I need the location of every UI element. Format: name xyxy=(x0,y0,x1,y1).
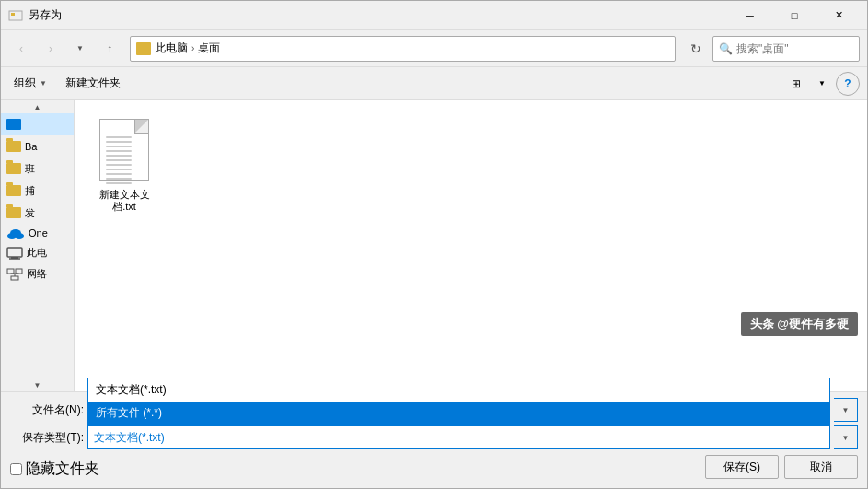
view-controls: ⊞ ▼ ? xyxy=(784,72,860,96)
file-line-7 xyxy=(106,164,132,166)
hide-files-label: 隐藏文件夹 xyxy=(26,460,99,479)
file-line-5 xyxy=(106,155,132,157)
file-line-10 xyxy=(106,178,132,180)
svg-rect-1 xyxy=(11,13,15,16)
filetype-selected-text: 文本文档(*.txt) xyxy=(94,430,165,446)
refresh-button[interactable]: ↻ xyxy=(683,36,709,62)
svg-rect-5 xyxy=(7,248,22,257)
sidebar: ▲ Ba 班 xyxy=(1,100,75,391)
onedrive-icon xyxy=(6,227,25,239)
filetype-display[interactable]: 文本文档(*.txt) xyxy=(87,425,830,449)
file-line-6 xyxy=(106,159,132,161)
sidebar-onedrive-label: One xyxy=(29,227,48,239)
crumb-sep-1: › xyxy=(191,43,194,53)
up-button[interactable]: ↑ xyxy=(97,36,122,62)
organize-button[interactable]: 组织 ▼ xyxy=(8,72,52,96)
search-box[interactable]: 🔍 xyxy=(712,36,860,62)
sidebar-item-ba[interactable]: Ba xyxy=(1,135,74,157)
dropdown-item-txt-label: 文本文档(*.txt) xyxy=(96,383,167,396)
back-button[interactable]: ‹ xyxy=(8,36,34,62)
network-icon xyxy=(6,268,23,281)
file-item-0[interactable]: 新建文本文档.txt xyxy=(87,113,161,218)
watermark: 头条 @硬件有多硬 xyxy=(741,312,858,336)
bottom-panel: 文件名(N): ▼ 保存类型(T): 文本文档(*.txt) 文本文档(*.tx… xyxy=(1,391,867,488)
forward-button[interactable]: › xyxy=(38,36,64,62)
svg-rect-8 xyxy=(7,269,14,274)
filetype-dropdown-menu: 文本文档(*.txt) 所有文件 (*.*) xyxy=(87,378,830,425)
filetype-select-wrapper: 文本文档(*.txt) 文本文档(*.txt) 所有文件 (*.*) xyxy=(87,425,830,449)
file-line-11 xyxy=(106,182,132,184)
file-line-2 xyxy=(106,141,132,143)
filetype-dropdown-button[interactable]: ▼ xyxy=(834,425,858,449)
main-content: ▲ Ba 班 xyxy=(1,100,867,391)
recent-button[interactable]: ▼ xyxy=(67,36,93,62)
file-line-8 xyxy=(106,169,132,170)
file-line-4 xyxy=(106,150,132,152)
maximize-button[interactable]: □ xyxy=(773,1,816,30)
crumb-pc: 此电脑 xyxy=(155,41,188,56)
filename-dropdown-button[interactable]: ▼ xyxy=(834,398,858,422)
sidebar-quickaccess-selected[interactable] xyxy=(1,113,74,135)
title-bar-title: 另存为 xyxy=(29,7,729,23)
new-folder-label: 新建文件夹 xyxy=(65,76,121,91)
organize-label: 组织 xyxy=(14,76,36,91)
minimize-button[interactable]: ─ xyxy=(729,1,771,30)
save-button[interactable]: 保存(S) xyxy=(705,455,779,479)
folder-fa-icon xyxy=(6,207,21,218)
organize-arrow-icon: ▼ xyxy=(40,79,47,87)
sidebar-scroll-up[interactable]: ▲ xyxy=(1,100,74,113)
file-line-9 xyxy=(106,173,132,175)
quickaccess-icon xyxy=(6,119,21,130)
folder-bu-icon xyxy=(6,185,21,196)
file-line-3 xyxy=(106,146,132,147)
file-icon-0 xyxy=(97,119,152,185)
sidebar-item-onedrive[interactable]: One xyxy=(1,224,74,242)
file-line-1 xyxy=(106,136,132,138)
svg-point-4 xyxy=(10,229,21,237)
sidebar-item-ban[interactable]: 班 xyxy=(1,157,74,180)
close-button[interactable]: ✕ xyxy=(817,1,860,30)
file-area[interactable]: 新建文本文档.txt 头条 @硬件有多硬 xyxy=(75,100,867,391)
sidebar-scroll-down[interactable]: ▼ xyxy=(1,378,74,391)
sidebar-network-label: 网络 xyxy=(27,267,47,281)
search-icon: 🔍 xyxy=(719,42,733,55)
hide-files-row: 隐藏文件夹 xyxy=(10,459,99,479)
cancel-button[interactable]: 取消 xyxy=(784,455,858,479)
crumb-desktop: 桌面 xyxy=(198,41,220,56)
action-toolbar: 组织 ▼ 新建文件夹 ⊞ ▼ ? xyxy=(1,67,867,100)
dropdown-item-all-label: 所有文件 (*.*) xyxy=(96,406,162,419)
sidebar-item-fa-label: 发 xyxy=(25,206,35,220)
sidebar-item-thispc[interactable]: 此电 xyxy=(1,242,74,263)
dropdown-item-txt[interactable]: 文本文档(*.txt) xyxy=(88,378,829,402)
file-paper-0 xyxy=(99,119,149,181)
title-bar-icon xyxy=(8,8,23,23)
pc-icon xyxy=(6,247,23,260)
sidebar-item-bu-label: 捕 xyxy=(25,184,35,198)
dropdown-item-all[interactable]: 所有文件 (*.*) xyxy=(88,402,829,425)
help-button[interactable]: ? xyxy=(836,72,860,96)
dialog-window: 另存为 ─ □ ✕ ‹ › ▼ ↑ 此电脑 › 桌面 ↻ 🔍 组织 xyxy=(0,0,868,489)
file-name-0: 新建文本文档.txt xyxy=(93,189,156,213)
hide-files-checkbox[interactable] xyxy=(10,463,22,475)
sidebar-item-ban-label: 班 xyxy=(25,162,35,176)
filename-label: 文件名(N): xyxy=(10,402,84,418)
sidebar-item-bu[interactable]: 捕 xyxy=(1,180,74,202)
view-dropdown-button[interactable]: ▼ xyxy=(810,72,834,96)
sidebar-item-fa[interactable]: 发 xyxy=(1,202,74,224)
watermark-text: 头条 @硬件有多硬 xyxy=(750,317,849,331)
new-folder-button[interactable]: 新建文件夹 xyxy=(60,72,126,96)
title-bar-controls: ─ □ ✕ xyxy=(729,1,860,30)
search-input[interactable] xyxy=(736,42,868,55)
folder-ba-icon xyxy=(6,141,21,152)
folder-ban-icon xyxy=(6,163,21,174)
svg-rect-9 xyxy=(16,269,22,274)
view-toggle-button[interactable]: ⊞ xyxy=(784,72,808,96)
filetype-row: 保存类型(T): 文本文档(*.txt) 文本文档(*.txt) 所有文件 (*… xyxy=(10,425,858,449)
address-bar[interactable]: 此电脑 › 桌面 xyxy=(130,36,676,62)
sidebar-item-ba-label: Ba xyxy=(25,141,37,152)
sidebar-item-network[interactable]: 网络 xyxy=(1,263,74,285)
sidebar-items: Ba 班 捕 发 xyxy=(1,113,74,378)
address-crumbs: 此电脑 › 桌面 xyxy=(155,41,220,56)
title-bar: 另存为 ─ □ ✕ xyxy=(1,1,867,30)
sidebar-pc-label: 此电 xyxy=(27,246,47,260)
